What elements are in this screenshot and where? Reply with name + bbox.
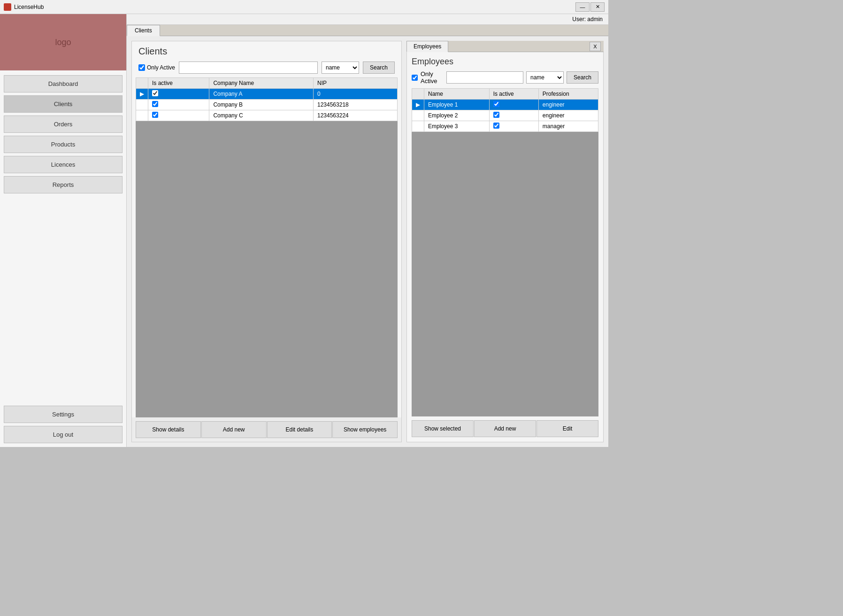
employees-content: Employees Only Active name profession Se… [406, 52, 604, 442]
row-companyname: Company A [209, 89, 314, 100]
employees-toolbar: Only Active name profession Search [412, 70, 598, 85]
employees-panel-buttons: Show selected Add new Edit [412, 416, 598, 437]
row-arrow [136, 100, 148, 110]
emp-row-profession: engineer [538, 110, 598, 121]
row-nip: 1234563224 [314, 110, 398, 121]
app-icon [4, 3, 11, 11]
sidebar-item-licences[interactable]: Licences [4, 156, 123, 173]
top-bar: User: admin [127, 14, 608, 25]
only-active-text: Only Active [147, 64, 175, 71]
clients-search-button[interactable]: Search [363, 62, 395, 74]
table-row[interactable]: Company B 1234563218 [136, 100, 398, 110]
emp-row-name: Employee 2 [424, 110, 490, 121]
clients-panel: Clients Only Active name nip id Search [131, 41, 402, 442]
sidebar-item-logout[interactable]: Log out [4, 426, 123, 443]
emp-row-isactive [489, 121, 538, 132]
table-row[interactable]: ▶ Employee 1 engineer [412, 100, 598, 110]
emp-col-profession: Profession [538, 89, 598, 100]
emp-col-isactive: Is active [489, 89, 538, 100]
content-area: User: admin Clients Clients Only Active [127, 14, 608, 447]
employees-title: Employees [412, 57, 598, 67]
emp-row-arrow [412, 110, 424, 121]
employees-panel: Employees X Employees Only Active name p… [406, 41, 604, 442]
clients-toolbar: Only Active name nip id Search [132, 60, 401, 77]
title-bar-left: LicenseHub [4, 3, 44, 11]
employees-tab[interactable]: Employees [406, 41, 448, 52]
row-isactive [148, 110, 209, 121]
emp-col-arrow [412, 89, 424, 100]
col-companyname: Company Name [209, 78, 314, 89]
only-active-checkbox[interactable] [138, 64, 145, 71]
clients-table-wrapper: Is active Company Name NIP ▶ Company A 0 [136, 77, 398, 417]
title-bar-controls: — ✕ [575, 2, 605, 12]
tab-clients[interactable]: Clients [127, 25, 160, 36]
app-name: LicenseHub [14, 4, 44, 10]
sidebar-bottom: Settings Log out [0, 402, 126, 447]
employees-table-fill [412, 132, 598, 296]
employees-sort-select[interactable]: name profession [526, 71, 564, 84]
table-row[interactable]: Company C 1234563224 [136, 110, 398, 121]
employees-table: Name Is active Profession ▶ Employee 1 [412, 88, 598, 132]
panels-container: Clients Only Active name nip id Search [127, 36, 608, 447]
sidebar-item-orders[interactable]: Orders [4, 116, 123, 133]
emp-col-name: Name [424, 89, 490, 100]
close-employees-panel-button[interactable]: X [590, 42, 601, 51]
clients-panel-title: Clients [132, 41, 401, 60]
row-companyname: Company C [209, 110, 314, 121]
row-arrow: ▶ [136, 89, 148, 100]
emp-row-name: Employee 1 [424, 100, 490, 110]
emp-row-profession: manager [538, 121, 598, 132]
employees-add-new-button[interactable]: Add new [474, 420, 536, 437]
clients-table-fill [136, 121, 398, 309]
nav-buttons: Dashboard Clients Orders Products Licenc… [0, 70, 126, 402]
sidebar-item-reports[interactable]: Reports [4, 176, 123, 193]
row-nip: 0 [314, 89, 398, 100]
emp-row-arrow [412, 121, 424, 132]
user-info: User: admin [572, 16, 603, 23]
sidebar-item-clients[interactable]: Clients [4, 95, 123, 113]
show-details-button[interactable]: Show details [136, 421, 201, 438]
add-new-button[interactable]: Add new [201, 421, 267, 438]
row-isactive [148, 100, 209, 110]
only-active-label[interactable]: Only Active [138, 64, 175, 71]
employees-table-wrapper: Name Is active Profession ▶ Employee 1 [412, 88, 598, 416]
table-row[interactable]: Employee 3 manager [412, 121, 598, 132]
employees-search-button[interactable]: Search [567, 71, 598, 84]
clients-search-input[interactable] [179, 62, 318, 74]
sidebar-item-products[interactable]: Products [4, 136, 123, 153]
table-row[interactable]: ▶ Company A 0 [136, 89, 398, 100]
row-companyname: Company B [209, 100, 314, 110]
emp-row-isactive [489, 110, 538, 121]
logo-area: logo [0, 14, 126, 70]
row-isactive [148, 89, 209, 100]
emp-row-arrow: ▶ [412, 100, 424, 110]
table-row[interactable]: Employee 2 engineer [412, 110, 598, 121]
sidebar-item-dashboard[interactable]: Dashboard [4, 75, 123, 92]
app-container: logo Dashboard Clients Orders Products L… [0, 14, 608, 447]
col-nip: NIP [314, 78, 398, 89]
col-arrow [136, 78, 148, 89]
sidebar: logo Dashboard Clients Orders Products L… [0, 14, 127, 447]
row-arrow [136, 110, 148, 121]
employees-only-active-checkbox[interactable] [412, 75, 418, 81]
row-nip: 1234563218 [314, 100, 398, 110]
employees-search-input[interactable] [446, 71, 523, 84]
tab-bar: Clients [127, 25, 608, 36]
clients-sort-select[interactable]: name nip id [322, 62, 359, 74]
logo-text: logo [55, 38, 71, 47]
show-selected-button[interactable]: Show selected [412, 420, 474, 437]
clients-table: Is active Company Name NIP ▶ Company A 0 [136, 77, 398, 121]
employees-tab-bar: Employees X [406, 41, 604, 52]
col-isactive: Is active [148, 78, 209, 89]
close-button[interactable]: ✕ [590, 2, 605, 12]
employees-only-active-label: Only Active [421, 70, 444, 85]
edit-details-button[interactable]: Edit details [267, 421, 332, 438]
minimize-button[interactable]: — [575, 2, 590, 12]
employees-edit-button[interactable]: Edit [536, 420, 598, 437]
emp-row-profession: engineer [538, 100, 598, 110]
sidebar-item-settings[interactable]: Settings [4, 406, 123, 423]
emp-row-name: Employee 3 [424, 121, 490, 132]
emp-row-isactive [489, 100, 538, 110]
title-bar: LicenseHub — ✕ [0, 0, 608, 14]
show-employees-button[interactable]: Show employees [332, 421, 398, 438]
